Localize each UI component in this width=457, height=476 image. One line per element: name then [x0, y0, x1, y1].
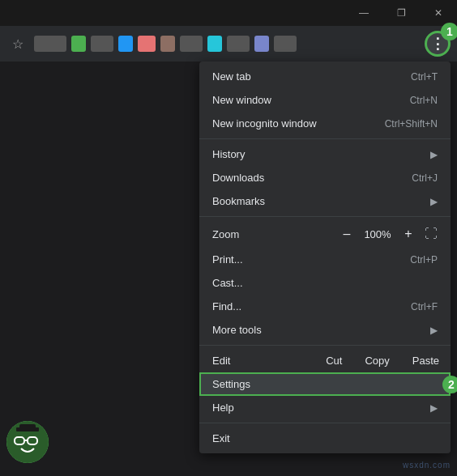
menu-item-shortcut: Ctrl+F [411, 301, 438, 312]
step1-badge: 1 [441, 23, 457, 40]
titlebar: — ❐ ✕ [0, 0, 457, 26]
submenu-arrow-icon: ▶ [430, 149, 438, 160]
zoom-controls: – 100% + [337, 224, 418, 244]
menu-item-shortcut: Ctrl+P [410, 254, 438, 266]
menu-divider [199, 216, 451, 217]
cut-button[interactable]: Cut [314, 349, 353, 372]
menu-item-new-tab[interactable]: New tab Ctrl+T [199, 65, 451, 88]
menu-item-edit: Edit Cut Copy Paste [199, 349, 451, 372]
menu-item-shortcut: Ctrl+T [411, 71, 438, 83]
menu-item-exit[interactable]: Exit [199, 427, 451, 450]
menu-button-wrapper: ⋮ 1 [425, 31, 451, 57]
menu-item-label: Bookmarks [212, 195, 424, 207]
menu-item-settings[interactable]: Settings 2 [199, 372, 451, 396]
zoom-label: Zoom [212, 228, 337, 240]
paste-button[interactable]: Paste [401, 349, 451, 372]
menu-item-label: Exit [212, 432, 438, 444]
close-button[interactable]: ✕ [420, 0, 457, 26]
menu-divider [199, 423, 451, 423]
menu-item-shortcut: Ctrl+Shift+N [385, 118, 438, 130]
menu-item-bookmarks[interactable]: Bookmarks ▶ [199, 189, 451, 213]
submenu-arrow-icon: ▶ [430, 402, 438, 414]
svg-rect-5 [19, 424, 36, 430]
menu-item-history[interactable]: History ▶ [199, 142, 451, 166]
menu-item-label: New window [212, 94, 397, 106]
avatar [6, 421, 49, 463]
menu-divider [199, 345, 451, 346]
submenu-arrow-icon: ▶ [430, 196, 438, 207]
bookmark-item [180, 36, 203, 52]
menu-item-label: New tab [212, 70, 398, 83]
sidebar [0, 62, 194, 476]
bookmark-item [34, 36, 66, 52]
bookmark-item [274, 36, 297, 52]
submenu-arrow-icon: ▶ [430, 325, 438, 336]
menu-item-cast[interactable]: Cast... [199, 271, 451, 295]
context-menu: New tab Ctrl+T New window Ctrl+N New inc… [199, 62, 451, 453]
star-icon[interactable]: ☆ [6, 32, 29, 55]
bookmark-item [254, 36, 269, 52]
menu-item-label: History [212, 148, 424, 160]
watermark: wsxdn.com [403, 461, 451, 470]
menu-item-label: Find... [212, 300, 398, 312]
bookmarks-bar [34, 36, 420, 52]
menu-divider [199, 138, 451, 139]
fullscreen-icon[interactable]: ⛶ [425, 227, 438, 241]
bookmark-item [160, 36, 175, 52]
zoom-in-button[interactable]: + [399, 224, 418, 244]
menu-item-print[interactable]: Print... Ctrl+P [199, 248, 451, 271]
zoom-value: 100% [363, 228, 392, 240]
menu-item-downloads[interactable]: Downloads Ctrl+J [199, 166, 451, 189]
edit-label: Edit [199, 349, 314, 372]
bookmark-item [207, 36, 222, 52]
menu-item-incognito[interactable]: New incognito window Ctrl+Shift+N [199, 112, 451, 135]
menu-item-zoom: Zoom – 100% + ⛶ [199, 220, 451, 248]
menu-item-shortcut: Ctrl+N [410, 95, 438, 106]
menu-item-label: New incognito window [212, 117, 372, 130]
menu-item-find[interactable]: Find... Ctrl+F [199, 295, 451, 318]
avatar-icon [6, 421, 49, 463]
menu-item-label: Help [212, 402, 424, 414]
restore-button[interactable]: ❐ [382, 0, 420, 26]
menu-item-help[interactable]: Help ▶ [199, 396, 451, 419]
minimize-button[interactable]: — [345, 0, 382, 26]
menu-item-label: Print... [212, 253, 397, 266]
menu-item-label: More tools [212, 324, 424, 336]
bookmark-item [71, 36, 86, 52]
bookmark-item [118, 36, 133, 52]
browser-toolbar: ☆ ⋮ 1 [0, 26, 457, 62]
bookmark-item [91, 36, 113, 52]
menu-item-label: Downloads [212, 172, 399, 184]
menu-item-more-tools[interactable]: More tools ▶ [199, 318, 451, 342]
zoom-out-button[interactable]: – [337, 224, 357, 244]
menu-item-label: Cast... [212, 277, 438, 289]
menu-item-label: Settings [212, 378, 438, 390]
menu-item-new-window[interactable]: New window Ctrl+N [199, 88, 451, 112]
bookmark-item [227, 36, 250, 52]
step2-badge: 2 [442, 376, 457, 393]
copy-button[interactable]: Copy [353, 349, 400, 372]
menu-item-shortcut: Ctrl+J [412, 172, 438, 184]
avatar-area [6, 421, 55, 470]
edit-actions: Cut Copy Paste [314, 349, 451, 372]
bookmark-item [138, 36, 156, 52]
